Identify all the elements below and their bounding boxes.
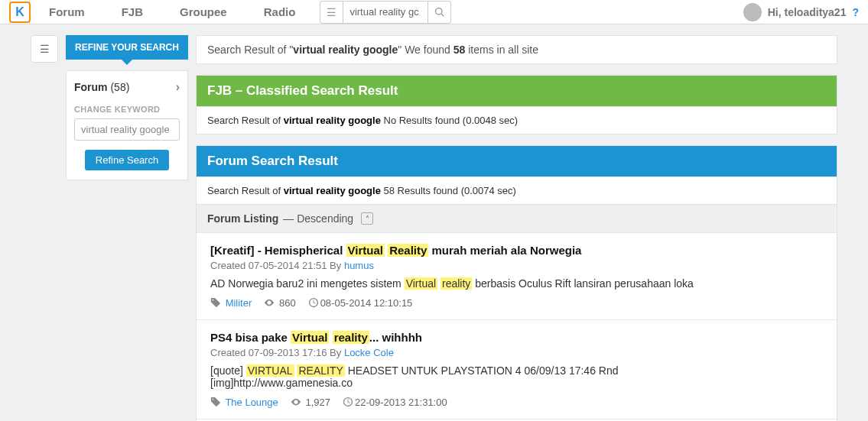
result-taginfo: Militer 86008-05-2014 12:10:15	[210, 297, 823, 309]
refine-header: REFINE YOUR SEARCH	[66, 35, 188, 60]
fjb-panel: FJB – Classified Search Result Search Re…	[196, 75, 837, 134]
keyword-input[interactable]	[74, 118, 180, 141]
category-link[interactable]: Militer	[226, 297, 252, 309]
refine-search-button[interactable]: Refine Search	[85, 150, 169, 170]
main-content: Search Result of "virtual reality google…	[196, 35, 837, 421]
sidebar-forum-row[interactable]: Forum (58) ›	[74, 80, 180, 94]
author-link[interactable]: humus	[344, 260, 374, 271]
top-result-panel: Search Result of "virtual reality google…	[196, 35, 837, 64]
sidebar-box: Forum (58) › CHANGE KEYWORD Refine Searc…	[66, 70, 188, 180]
sidebar-toggle-icon[interactable]: ☰	[31, 35, 58, 63]
author-link[interactable]: Locke Cole	[344, 347, 394, 358]
result-item: [Kreatif] - Hemispherical Virtual Realit…	[197, 232, 837, 319]
view-count: 860	[279, 297, 296, 309]
view-count: 1,927	[305, 397, 330, 408]
nav-radio[interactable]: Radio	[264, 5, 296, 18]
sidebar: REFINE YOUR SEARCH Forum (58) › CHANGE K…	[66, 35, 188, 180]
category-link[interactable]: The Lounge	[225, 397, 278, 408]
nav-fjb[interactable]: FJB	[122, 5, 143, 18]
chevron-right-icon: ›	[176, 80, 180, 94]
top-search-input[interactable]	[343, 2, 427, 21]
search-category-icon[interactable]: ☰	[320, 2, 343, 23]
forum-header: Forum Search Result	[197, 146, 837, 176]
forum-panel: Forum Search Result Search Result of vir…	[196, 145, 837, 421]
fjb-header: FJB – Classified Search Result	[197, 76, 837, 106]
result-snippet: AD Norwegia baru2 ini mengetes sistem Vi…	[210, 277, 761, 290]
user-greeting: Hi, teloaditya21	[768, 6, 847, 18]
help-icon[interactable]: ?	[852, 6, 859, 18]
result-meta: Created 07-05-2014 21:51 By humus	[210, 260, 823, 271]
top-search: ☰	[320, 1, 451, 24]
nav-groupee[interactable]: Groupee	[180, 5, 227, 18]
result-snippet: [quote] VIRTUAL REALITY HEADSET UNTUK PL…	[210, 364, 761, 389]
result-date: 08-05-2014 12:10:15	[320, 297, 413, 309]
result-title[interactable]: [Kreatif] - Hemispherical Virtual Realit…	[210, 244, 761, 257]
logo[interactable]: K	[9, 2, 31, 23]
forum-result-line: Search Result of virtual reality google …	[197, 176, 837, 204]
search-icon[interactable]	[427, 2, 450, 23]
result-meta: Created 07-09-2013 17:16 By Locke Cole	[210, 347, 823, 358]
top-nav: K Forum FJB Groupee Radio ☰ Hi, teloadit…	[0, 0, 868, 24]
result-taginfo: The Lounge 1,92722-09-2013 21:31:00	[210, 397, 823, 408]
sidebar-forum-label: Forum	[74, 81, 108, 93]
result-date: 22-09-2013 21:31:00	[355, 397, 447, 408]
eye-icon	[264, 297, 275, 309]
result-item: PS4 bisa pake Virtual reality... wihhhhC…	[197, 319, 837, 419]
clock-icon	[308, 297, 319, 309]
sidebar-forum-count: (58)	[110, 81, 129, 93]
nav-links: Forum FJB Groupee Radio	[49, 5, 295, 18]
forum-listing-header: Forum Listing — Descending ˄	[197, 204, 837, 232]
avatar[interactable]	[743, 3, 762, 21]
collapse-icon[interactable]: ˄	[361, 212, 373, 225]
clock-icon	[343, 397, 353, 408]
tag-icon	[210, 297, 221, 309]
nav-forum[interactable]: Forum	[49, 5, 85, 18]
result-title[interactable]: PS4 bisa pake Virtual reality... wihhhh	[210, 331, 761, 344]
eye-icon	[291, 397, 301, 408]
fjb-result-line: Search Result of virtual reality google …	[197, 106, 837, 134]
tag-icon	[210, 397, 221, 408]
user-area: Hi, teloaditya21 ?	[743, 3, 859, 21]
change-keyword-label: CHANGE KEYWORD	[74, 105, 180, 114]
top-result-line: Search Result of "virtual reality google…	[197, 36, 837, 63]
